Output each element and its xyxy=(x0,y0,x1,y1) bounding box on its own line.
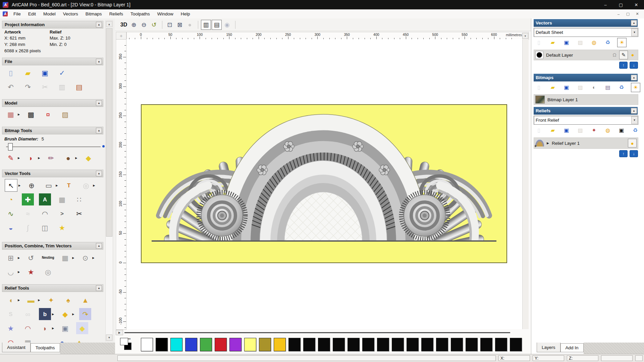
reliefs-section-header[interactable]: Reliefs ▲ xyxy=(534,107,638,115)
merge-relief-high-icon[interactable]: ♠ xyxy=(62,294,74,306)
tab-add-in[interactable]: Add In xyxy=(560,343,584,352)
set-model-size-icon[interactable]: ▦ xyxy=(5,108,17,120)
collapse-icon[interactable]: ▲ xyxy=(631,75,637,80)
palette-swatch-19[interactable] xyxy=(421,338,433,351)
block-copy-flyout-icon[interactable]: ▶ xyxy=(72,256,74,259)
vertical-scrollbar[interactable] xyxy=(522,39,529,329)
delete-vector-layer-icon[interactable]: ♻ xyxy=(603,38,612,47)
toggle-all-bitmap-layers-icon[interactable]: ☀ xyxy=(631,83,640,92)
palette-swatch-23[interactable] xyxy=(480,338,492,351)
undo-icon[interactable]: ↶ xyxy=(5,81,17,93)
relief-tool-d-icon[interactable]: ● xyxy=(56,336,68,343)
collapse-icon[interactable]: ▲ xyxy=(96,59,102,64)
collapse-icon[interactable]: ▲ xyxy=(631,20,637,26)
brush-diameter-slider-track[interactable] xyxy=(6,146,101,147)
new-bitmap-layer-icon[interactable]: ▯ xyxy=(535,83,543,92)
section-header-project-information[interactable]: Project Information ▲ xyxy=(2,21,103,28)
merge-bitmap-layers-icon[interactable]: ▨ xyxy=(576,83,585,92)
align-vectors-icon[interactable]: ⊞ xyxy=(5,252,17,264)
turn-relief-flyout-icon[interactable]: ▶ xyxy=(52,327,54,330)
paint-icon[interactable]: ✎ xyxy=(5,152,17,164)
vector-layer-row[interactable]: Default Layer Ω✎● xyxy=(534,50,638,60)
ruler-unit-dropdown-icon[interactable]: ▼ xyxy=(522,33,528,39)
section-header-vector-tools[interactable]: Vector Tools ▲ xyxy=(2,170,103,177)
create-polyline-tool-icon[interactable]: > xyxy=(56,207,68,220)
menu-reliefs[interactable]: Reliefs xyxy=(106,10,127,18)
create-rectangle-flyout-icon[interactable]: ▶ xyxy=(56,184,58,187)
brush-diameter-slider-handle[interactable] xyxy=(8,143,13,150)
tab-assistant[interactable]: Assistant xyxy=(2,343,31,352)
section-header-model[interactable]: Model ▲ xyxy=(2,99,103,107)
adjust-model-icon[interactable]: ▩ xyxy=(25,108,37,120)
fillet-vectors-icon[interactable]: ◡ xyxy=(5,266,17,278)
offset-relief-icon[interactable]: ◆ xyxy=(59,308,71,320)
two-rail-sweep-icon[interactable]: ◠ xyxy=(22,322,34,334)
node-editing-icon[interactable]: ∿ xyxy=(5,207,17,220)
palette-swatch-20[interactable] xyxy=(436,338,448,351)
offset-relief-flyout-icon[interactable]: ▶ xyxy=(72,313,74,316)
collapse-icon[interactable]: ▲ xyxy=(96,128,102,133)
set-model-size-flyout-icon[interactable]: ▶ xyxy=(18,113,20,116)
block-copy-icon[interactable]: ▦ xyxy=(59,252,71,264)
set-lighting-icon[interactable]: ¤ xyxy=(42,108,54,120)
collapse-icon[interactable]: ▲ xyxy=(631,108,637,114)
greyscale-bitmap-icon[interactable]: ◐ xyxy=(590,83,598,92)
zoom-fit-icon[interactable]: ⊡ xyxy=(165,20,174,29)
toggle-all-vector-layers-icon[interactable]: ☀ xyxy=(617,38,627,47)
texture-star-icon[interactable]: ★ xyxy=(5,322,17,334)
fillet-vectors-flyout-icon[interactable]: ▶ xyxy=(18,270,20,274)
palette-swatch-0[interactable] xyxy=(141,338,153,351)
move-layer-up-icon[interactable]: ↑ xyxy=(619,62,628,69)
open-model-icon[interactable]: ▰ xyxy=(22,67,34,79)
sculpting-icon[interactable]: ◖ xyxy=(5,294,17,306)
palette-swatch-17[interactable] xyxy=(392,338,404,351)
palette-swatch-22[interactable] xyxy=(466,338,478,351)
envelope-distortion-icon[interactable]: ▦ xyxy=(56,193,68,205)
scrollbar-thumb[interactable] xyxy=(106,28,112,237)
palette-swatch-12[interactable] xyxy=(318,338,330,351)
select-vectors-icon[interactable]: ↖ xyxy=(5,179,17,192)
artwork-canvas[interactable] xyxy=(141,104,507,263)
primary-secondary-colour-indicator[interactable]: ∞ xyxy=(120,338,134,351)
palette-swatch-21[interactable] xyxy=(451,338,463,351)
colour-palette-icon[interactable]: ● xyxy=(62,152,74,164)
turn-relief-icon[interactable]: ◗ xyxy=(39,322,51,334)
dropdown-arrow-icon[interactable]: ▼ xyxy=(631,116,638,124)
primary-colour-swatch[interactable] xyxy=(120,338,128,345)
palette-swatch-8[interactable] xyxy=(259,338,271,351)
document-minimize-icon[interactable]: – xyxy=(614,10,623,18)
collapse-icon[interactable]: ▲ xyxy=(96,285,102,291)
zoom-in-icon[interactable]: ⊕ xyxy=(129,20,139,29)
scroll-right-icon[interactable]: ▶ xyxy=(116,330,123,335)
create-arc-icon[interactable]: ◠ xyxy=(39,207,51,220)
palette-swatch-16[interactable] xyxy=(377,338,389,351)
flood-fill-vector-icon[interactable]: ◆ xyxy=(82,152,94,164)
create-polyline-icon[interactable]: ✚ xyxy=(22,193,34,205)
flood-fill-icon[interactable]: ◗ xyxy=(25,152,37,164)
cut-icon[interactable]: ✂ xyxy=(39,81,51,93)
copy-transform-relief-icon[interactable]: ↷ xyxy=(79,308,91,320)
toggle-layer-visibility-icon[interactable]: ◍ xyxy=(590,38,598,47)
section-header-relief-tools[interactable]: Relief Tools ▲ xyxy=(2,284,103,292)
zoom-selection-icon[interactable]: ● xyxy=(185,20,195,29)
window-close-icon[interactable]: ✕ xyxy=(629,0,644,9)
mirror-vectors-icon[interactable]: ◫ xyxy=(39,222,51,234)
fit-curve-icon[interactable]: ∫ xyxy=(22,222,34,234)
window-maximize-icon[interactable]: ▢ xyxy=(613,0,629,9)
save-model-icon[interactable]: ▣ xyxy=(39,67,51,79)
copy-bitmap-layer-icon[interactable]: ▤ xyxy=(603,83,612,92)
vector-texture-icon[interactable]: ★ xyxy=(25,266,37,278)
menu-file[interactable]: File xyxy=(10,10,24,18)
menu-help[interactable]: Help xyxy=(177,10,194,18)
toggle-vector-visibility-icon[interactable]: ▤ xyxy=(212,20,222,30)
shape-editor-flyout-icon[interactable]: ▶ xyxy=(38,299,40,302)
lock-layer-icon[interactable]: Ω xyxy=(610,51,619,59)
ruler-corner-button[interactable]: ✛ xyxy=(116,32,126,40)
load-bitmap-icon[interactable]: ▨ xyxy=(59,108,71,120)
create-text-icon[interactable]: T xyxy=(63,179,75,191)
align-vectors-flyout-icon[interactable]: ▶ xyxy=(18,256,20,259)
collapse-icon[interactable]: ▲ xyxy=(96,22,102,27)
emboss-relief-icon[interactable]: ▣ xyxy=(59,322,71,334)
select-vectors-flyout-icon[interactable]: ▶ xyxy=(18,184,20,187)
document-maximize-icon[interactable]: ▢ xyxy=(623,10,633,18)
